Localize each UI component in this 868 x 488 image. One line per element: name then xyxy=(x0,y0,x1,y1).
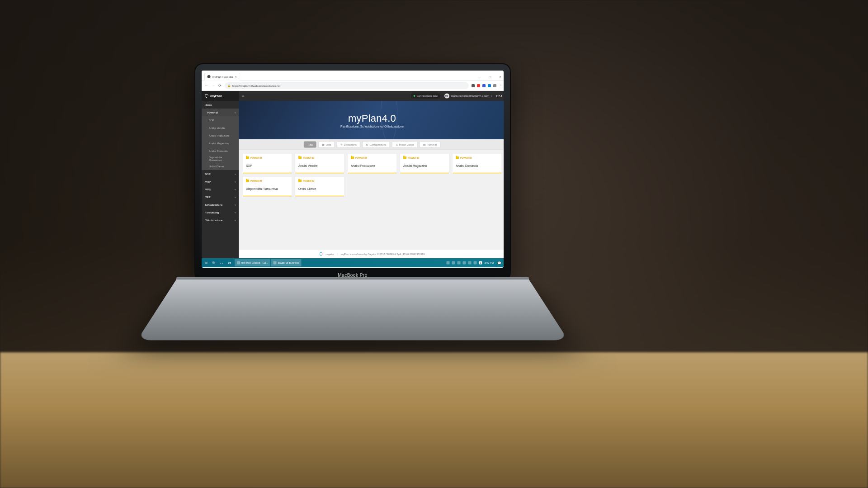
sidebar-item[interactable]: Schedulazione▾ xyxy=(202,201,239,208)
sidebar-item[interactable]: Power BI▾ xyxy=(202,109,239,116)
sidebar-item[interactable]: SOP▾ xyxy=(202,170,239,178)
app-footer: cegeka | myPlan is a software by Cegeka … xyxy=(239,249,504,258)
sidebar-item[interactable]: Disponibilità Riassuntiva xyxy=(202,155,239,162)
laptop-keyboard xyxy=(137,280,568,340)
filter-label: Vista xyxy=(326,143,331,146)
module-card[interactable]: POWER BIAnalisi Domanda xyxy=(453,154,501,173)
card-tag: POWER BI xyxy=(403,156,446,159)
menu-toggle-icon[interactable]: ≡ xyxy=(242,94,244,99)
module-card[interactable]: POWER BIAnalisi Vendite xyxy=(295,154,344,173)
sidebar-item[interactable]: Home xyxy=(202,101,239,109)
hero-title: myPlan4.0 xyxy=(348,112,396,123)
window-minimize-button[interactable]: — xyxy=(474,74,485,81)
filter-button[interactable]: ⇅Import Export xyxy=(392,141,417,147)
sidebar-item[interactable]: Ordini Cliente xyxy=(202,162,239,170)
avatar: MF xyxy=(444,94,449,99)
language-switcher[interactable]: ITA ▾ xyxy=(496,95,502,98)
address-bar[interactable]: 🔒 https://myplan4.0web.azurewebsites.net xyxy=(225,82,469,89)
sidebar-item[interactable]: Analisi Produzione xyxy=(202,132,239,139)
sidebar-item[interactable]: MPS▾ xyxy=(202,185,239,193)
start-button[interactable]: ⊞ xyxy=(203,260,209,266)
app-brand[interactable]: myPlan xyxy=(202,91,239,101)
taskbar-task[interactable]: myPlan | Cegeka - Go... xyxy=(235,259,270,266)
connection-label: Connessione Dati xyxy=(416,95,438,98)
card-grid: POWER BISOPPOWER BIAnalisi VenditePOWER … xyxy=(239,150,504,249)
card-tag-label: POWER BI xyxy=(355,156,367,159)
sidebar-item-label: CRP xyxy=(205,195,211,199)
sidebar-item-label: Analisi Produzione xyxy=(209,134,230,137)
browser-menu-icon[interactable]: ⋮ xyxy=(499,84,503,88)
browser-titlebar: myPlan | Cegeka ✕ — ▢ ✕ xyxy=(202,71,504,81)
sidebar-item[interactable]: Analisi Magazzino xyxy=(202,139,239,147)
extension-icon[interactable] xyxy=(493,84,496,87)
module-card[interactable]: POWER BIAnalisi Magazzino xyxy=(400,154,449,173)
card-title: Analisi Vendite xyxy=(298,164,341,168)
tab-close-icon[interactable]: ✕ xyxy=(235,75,237,78)
sidebar-item[interactable]: Forecasting▾ xyxy=(202,208,239,216)
sidebar-item[interactable]: Analisi Domanda xyxy=(202,147,239,155)
tray-icon[interactable] xyxy=(457,261,460,265)
nav-back-icon[interactable]: ← xyxy=(204,84,208,88)
sidebar: myPlan HomePower BI▾SOPAnalisi VenditeAn… xyxy=(202,91,239,258)
nav-reload-icon[interactable]: ⟳ xyxy=(218,84,222,88)
sidebar-item-label: Analisi Domanda xyxy=(209,150,228,152)
windows-taskbar: ⊞ 🔍 ▭ 🗂 myPlan | Cegeka - Go...Skype for… xyxy=(202,258,504,267)
sidebar-item[interactable]: Ottimizzazione▾ xyxy=(202,216,239,224)
status-dot-icon xyxy=(413,95,415,97)
extension-icon[interactable] xyxy=(477,84,480,87)
window-close-button[interactable]: ✕ xyxy=(495,74,504,81)
window-maximize-button[interactable]: ▢ xyxy=(485,74,495,81)
filter-icon: ▤ xyxy=(423,143,426,146)
sidebar-item-label: MRP xyxy=(205,180,211,183)
taskbar-clock[interactable]: 3:40 PM xyxy=(485,261,494,264)
folder-icon xyxy=(246,180,249,182)
tray-icon[interactable] xyxy=(452,261,455,265)
extension-icon[interactable] xyxy=(482,84,486,87)
filter-button[interactable]: ⚙Configurazione xyxy=(363,141,390,147)
module-card[interactable]: POWER BIAnalisi Produzione xyxy=(348,154,396,173)
task-view-icon[interactable]: ▭ xyxy=(218,260,225,266)
card-tag: POWER BI xyxy=(298,180,341,182)
user-menu[interactable]: MF marco.ferrante@factory4.0.com ▾ xyxy=(444,94,492,99)
extension-icon[interactable] xyxy=(488,84,491,87)
task-icon xyxy=(274,261,277,265)
connection-status[interactable]: Connessione Dati xyxy=(411,94,440,99)
explorer-icon[interactable]: 🗂 xyxy=(226,260,232,266)
tray-icon[interactable] xyxy=(468,261,471,265)
nav-forward-icon[interactable]: → xyxy=(211,84,215,88)
action-center-icon[interactable]: 💬 xyxy=(496,260,502,266)
sidebar-item[interactable]: MRP▾ xyxy=(202,178,239,185)
filter-label: Import Export xyxy=(399,143,414,146)
filter-button[interactable]: ✎Esecuzione xyxy=(337,141,360,147)
task-label: Skype for Business xyxy=(278,261,299,264)
filter-label: Configurazione xyxy=(370,143,387,146)
module-card[interactable]: POWER BISOP xyxy=(243,154,292,173)
extension-icon[interactable] xyxy=(472,84,475,87)
card-tag-label: POWER BI xyxy=(250,156,262,159)
chevron-down-icon: ▾ xyxy=(235,180,236,183)
system-tray: 1 3:40 PM 💬 xyxy=(446,260,504,266)
module-card[interactable]: POWER BIOrdini Cliente xyxy=(295,177,344,196)
taskbar-task[interactable]: Skype for Business xyxy=(271,259,302,266)
app-root: myPlan HomePower BI▾SOPAnalisi VenditeAn… xyxy=(202,91,504,258)
tray-icon[interactable] xyxy=(446,261,449,265)
sidebar-item[interactable]: Analisi Vendite xyxy=(202,124,239,132)
browser-tab[interactable]: myPlan | Cegeka ✕ xyxy=(204,73,240,81)
sidebar-item-label: Analisi Magazzino xyxy=(209,142,229,145)
filter-button[interactable]: ▤Power BI xyxy=(420,141,440,147)
taskbar-notification-badge[interactable]: 1 xyxy=(479,261,482,265)
tray-icon[interactable] xyxy=(462,261,466,265)
tray-icon[interactable] xyxy=(473,261,476,265)
folder-icon xyxy=(298,180,302,182)
filter-icon: ▦ xyxy=(322,143,325,146)
sidebar-item[interactable]: SOP xyxy=(202,116,239,124)
sidebar-item[interactable]: CRP▾ xyxy=(202,193,239,201)
filter-button[interactable]: Tutto xyxy=(304,141,316,147)
card-tag-label: POWER BI xyxy=(303,156,314,159)
search-icon[interactable]: 🔍 xyxy=(211,260,217,266)
folder-icon xyxy=(246,156,249,159)
sidebar-item-label: Forecasting xyxy=(205,211,219,214)
module-card[interactable]: POWER BIDisponibilità Riassuntiva xyxy=(243,177,292,196)
filter-button[interactable]: ▦Vista xyxy=(318,141,335,147)
footer-logo-icon xyxy=(319,252,322,256)
